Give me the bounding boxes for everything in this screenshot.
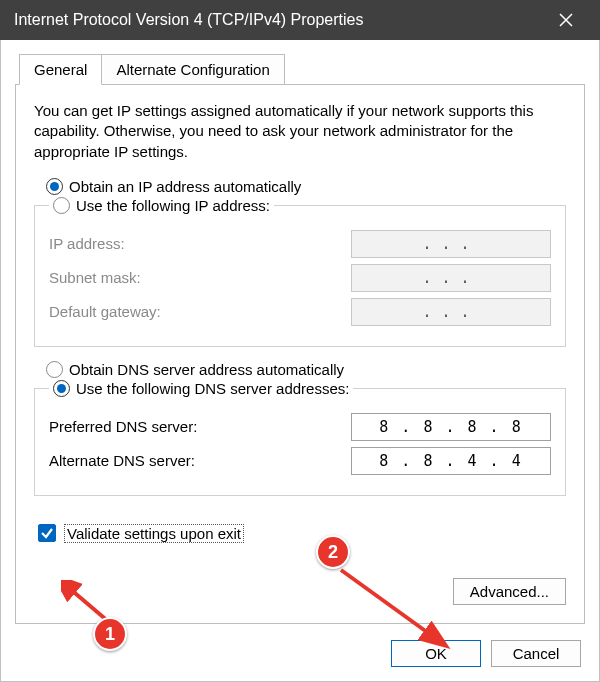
validate-settings-label: Validate settings upon exit [64,524,244,543]
radio-ip-auto[interactable]: Obtain an IP address automatically [46,178,566,195]
radio-dns-manual[interactable]: Use the following DNS server addresses: [53,380,349,397]
ip-address-label: IP address: [49,235,351,252]
titlebar: Internet Protocol Version 4 (TCP/IPv4) P… [0,0,600,40]
default-gateway-label: Default gateway: [49,303,351,320]
row-subnet-mask: Subnet mask: ... [49,264,551,292]
radio-icon [53,197,70,214]
annotation-badge-2: 2 [316,535,350,569]
row-alternate-dns: Alternate DNS server: 8 . 8 . 4 . 4 [49,447,551,475]
checkbox-icon [38,524,56,542]
tab-strip: General Alternate Configuration [1,40,599,85]
radio-ip-manual[interactable]: Use the following IP address: [53,197,270,214]
advanced-button[interactable]: Advanced... [453,578,566,605]
alternate-dns-input[interactable]: 8 . 8 . 4 . 4 [351,447,551,475]
radio-ip-manual-label: Use the following IP address: [76,197,270,214]
client-area: General Alternate Configuration You can … [0,40,600,682]
subnet-mask-input: ... [351,264,551,292]
close-icon [559,13,573,27]
row-default-gateway: Default gateway: ... [49,298,551,326]
window-title: Internet Protocol Version 4 (TCP/IPv4) P… [14,11,546,29]
radio-dns-auto-label: Obtain DNS server address automatically [69,361,344,378]
subnet-mask-label: Subnet mask: [49,269,351,286]
radio-dns-manual-label: Use the following DNS server addresses: [76,380,349,397]
alternate-dns-label: Alternate DNS server: [49,452,351,469]
ip-address-input: ... [351,230,551,258]
tab-alternate-configuration[interactable]: Alternate Configuration [102,54,284,85]
radio-ip-auto-label: Obtain an IP address automatically [69,178,301,195]
radio-icon [53,380,70,397]
preferred-dns-input[interactable]: 8 . 8 . 8 . 8 [351,413,551,441]
annotation-arrow-2 [331,560,451,650]
radio-icon [46,361,63,378]
validate-settings-checkbox[interactable]: Validate settings upon exit [38,524,566,543]
tab-general[interactable]: General [19,54,102,85]
tab-panel-general: You can get IP settings assigned automat… [15,84,585,624]
row-preferred-dns: Preferred DNS server: 8 . 8 . 8 . 8 [49,413,551,441]
row-ip-address: IP address: ... [49,230,551,258]
default-gateway-input: ... [351,298,551,326]
cancel-button[interactable]: Cancel [491,640,581,667]
svg-line-1 [341,570,431,635]
radio-icon [46,178,63,195]
preferred-dns-label: Preferred DNS server: [49,418,351,435]
close-button[interactable] [546,0,586,40]
intro-text: You can get IP settings assigned automat… [34,101,566,162]
annotation-badge-1: 1 [93,617,127,651]
radio-dns-auto[interactable]: Obtain DNS server address automatically [46,361,566,378]
group-manual-dns: Use the following DNS server addresses: … [34,380,566,496]
group-manual-ip: Use the following IP address: IP address… [34,197,566,347]
